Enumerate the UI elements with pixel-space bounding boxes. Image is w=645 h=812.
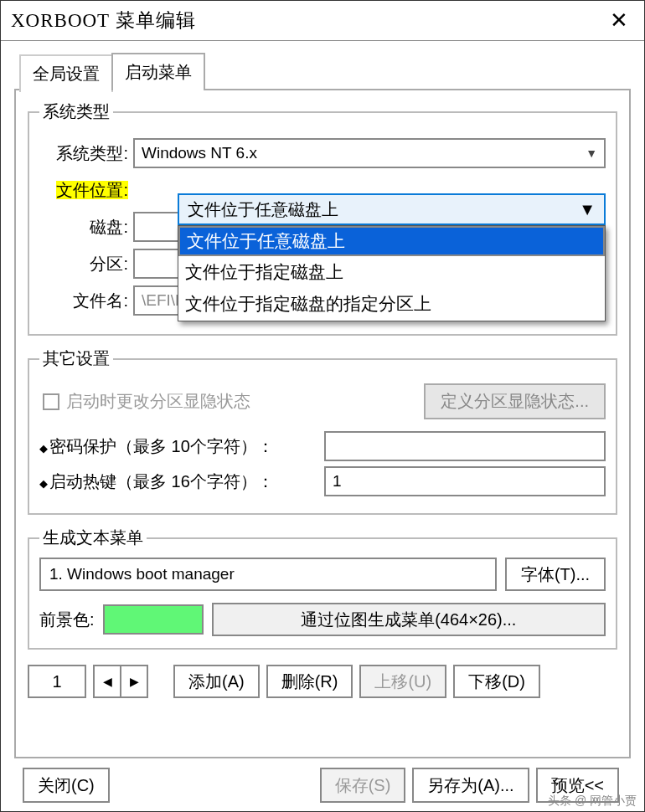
tab-boot[interactable]: 启动菜单 bbox=[111, 53, 205, 90]
add-button[interactable]: 添加(A) bbox=[173, 665, 260, 698]
select-systype-value: Windows NT 6.x bbox=[142, 144, 257, 162]
label-systype: 系统类型: bbox=[39, 142, 133, 165]
chevron-down-icon: ▼ bbox=[586, 146, 597, 160]
tab-global[interactable]: 全局设置 bbox=[19, 54, 113, 92]
legend-genmenu: 生成文本菜单 bbox=[39, 527, 147, 549]
fileloc-dropdown: 文件位于任意磁盘上 ▼ 文件位于任意磁盘上 文件位于指定磁盘上 文件位于指定磁盘… bbox=[178, 193, 606, 321]
select-fileloc[interactable]: 文件位于任意磁盘上 ▼ bbox=[178, 193, 606, 225]
dropdown-option-0[interactable]: 文件位于任意磁盘上 bbox=[178, 226, 605, 256]
label-disk: 磁盘: bbox=[39, 216, 133, 239]
label-fileloc: 文件位置: bbox=[39, 179, 133, 202]
window-title: XORBOOT 菜单编辑 bbox=[11, 8, 196, 33]
label-part: 分区: bbox=[39, 253, 133, 275]
window: XORBOOT 菜单编辑 ✕ 全局设置 启动菜单 系统类型 系统类型: Wind… bbox=[0, 0, 645, 812]
font-button[interactable]: 字体(T)... bbox=[505, 558, 606, 591]
dropdown-list: 文件位于任意磁盘上 文件位于指定磁盘上 文件位于指定磁盘的指定分区上 bbox=[178, 225, 606, 321]
moveup-button[interactable]: 上移(U) bbox=[359, 665, 446, 698]
page-number: 1 bbox=[28, 665, 86, 698]
label-filename: 文件名: bbox=[39, 290, 133, 312]
checkbox-partvis[interactable] bbox=[43, 393, 59, 410]
titlebar: XORBOOT 菜单编辑 ✕ bbox=[1, 1, 644, 41]
saveas-button[interactable]: 另存为(A)... bbox=[412, 768, 529, 803]
legend-systype: 系统类型 bbox=[39, 100, 113, 123]
content: 全局设置 启动菜单 系统类型 系统类型: Windows NT 6.x ▼ 文件… bbox=[1, 41, 644, 811]
select-fileloc-value: 文件位于任意磁盘上 bbox=[188, 198, 338, 221]
close-icon[interactable]: ✕ bbox=[594, 1, 644, 41]
group-other: 其它设置 启动时更改分区显隐状态 定义分区显隐状态... 密码保护（最多 10个… bbox=[28, 347, 617, 515]
group-genmenu: 生成文本菜单 1. Windows boot manager 字体(T)... … bbox=[28, 527, 617, 650]
define-partvis-button[interactable]: 定义分区显隐状态... bbox=[424, 383, 606, 419]
dropdown-option-2[interactable]: 文件位于指定磁盘的指定分区上 bbox=[178, 288, 605, 320]
close-button[interactable]: 关闭(C) bbox=[23, 768, 110, 803]
movedown-button[interactable]: 下移(D) bbox=[453, 665, 540, 698]
prev-button[interactable]: ◀ bbox=[93, 665, 121, 698]
input-password[interactable] bbox=[324, 431, 606, 461]
bitmap-menu-button[interactable]: 通过位图生成菜单(464×26)... bbox=[212, 603, 606, 636]
label-foreground: 前景色: bbox=[39, 609, 95, 631]
preview-button[interactable]: 预览<< bbox=[536, 768, 619, 803]
footer: 关闭(C) 保存(S) 另存为(A)... 预览<< bbox=[14, 758, 631, 803]
input-hotkey[interactable] bbox=[324, 466, 606, 496]
input-menutext[interactable]: 1. Windows boot manager bbox=[39, 558, 497, 591]
select-systype[interactable]: Windows NT 6.x ▼ bbox=[133, 138, 606, 168]
group-systype: 系统类型 系统类型: Windows NT 6.x ▼ 文件位置: 文件位于任意… bbox=[28, 100, 617, 336]
dropdown-option-1[interactable]: 文件位于指定磁盘上 bbox=[178, 256, 605, 288]
label-hotkey: 启动热键（最多 16个字符）： bbox=[39, 470, 324, 493]
next-button[interactable]: ▶ bbox=[120, 665, 148, 698]
color-swatch[interactable] bbox=[103, 604, 204, 635]
label-password: 密码保护（最多 10个字符）： bbox=[39, 435, 324, 458]
delete-button[interactable]: 删除(R) bbox=[266, 665, 353, 698]
save-button[interactable]: 保存(S) bbox=[320, 768, 406, 803]
label-partvis: 启动时更改分区显隐状态 bbox=[66, 390, 417, 413]
tabs: 全局设置 启动菜单 bbox=[19, 53, 631, 90]
pager: 1 ◀ ▶ 添加(A) 删除(R) 上移(U) 下移(D) bbox=[28, 665, 617, 698]
legend-other: 其它设置 bbox=[39, 347, 113, 370]
tabpanel-boot: 系统类型 系统类型: Windows NT 6.x ▼ 文件位置: 文件位于任意… bbox=[14, 89, 631, 758]
chevron-down-icon: ▼ bbox=[579, 200, 596, 219]
